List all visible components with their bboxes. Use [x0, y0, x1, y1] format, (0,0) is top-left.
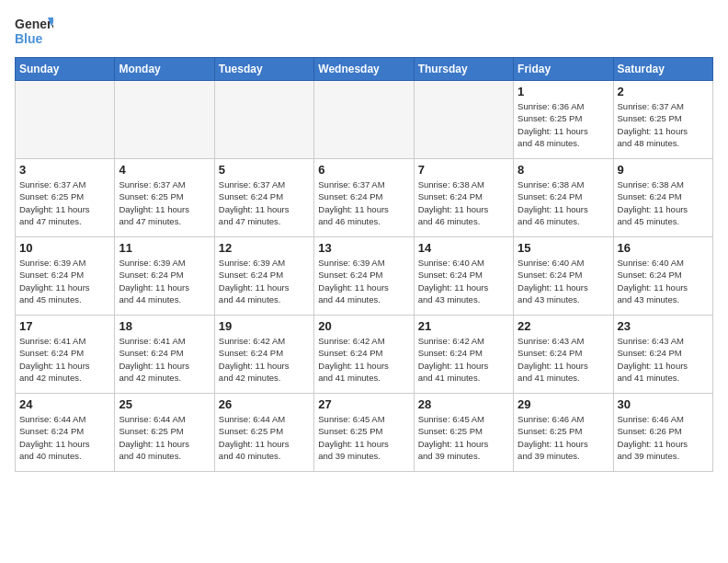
day-number: 8 [518, 163, 609, 177]
day-number: 19 [219, 319, 310, 333]
day-number: 30 [618, 397, 709, 411]
day-number: 16 [618, 241, 709, 255]
day-info: Sunrise: 6:39 AM Sunset: 6:24 PM Dayligh… [19, 257, 110, 305]
day-info: Sunrise: 6:37 AM Sunset: 6:24 PM Dayligh… [318, 178, 409, 227]
day-info: Sunrise: 6:43 AM Sunset: 6:24 PM Dayligh… [518, 335, 609, 384]
day-cell: 8Sunrise: 6:38 AM Sunset: 6:24 PM Daylig… [514, 159, 613, 237]
day-cell: 30Sunrise: 6:46 AM Sunset: 6:26 PM Dayli… [613, 394, 712, 472]
day-cell: 6Sunrise: 6:37 AM Sunset: 6:24 PM Daylig… [314, 159, 414, 237]
day-info: Sunrise: 6:42 AM Sunset: 6:24 PM Dayligh… [418, 335, 509, 384]
day-info: Sunrise: 6:44 AM Sunset: 6:25 PM Dayligh… [119, 413, 210, 462]
day-cell: 3Sunrise: 6:37 AM Sunset: 6:25 PM Daylig… [16, 159, 115, 237]
day-cell: 5Sunrise: 6:37 AM Sunset: 6:24 PM Daylig… [214, 159, 313, 237]
day-number: 24 [19, 397, 110, 411]
day-number: 1 [518, 85, 609, 98]
logo-svg: General Blue [15, 15, 53, 48]
day-info: Sunrise: 6:40 AM Sunset: 6:24 PM Dayligh… [418, 257, 509, 305]
day-cell: 4Sunrise: 6:37 AM Sunset: 6:25 PM Daylig… [115, 159, 214, 237]
day-number: 6 [318, 163, 409, 177]
day-cell: 24Sunrise: 6:44 AM Sunset: 6:24 PM Dayli… [16, 394, 115, 472]
calendar-header: SundayMondayTuesdayWednesdayThursdayFrid… [16, 58, 713, 81]
day-info: Sunrise: 6:38 AM Sunset: 6:24 PM Dayligh… [418, 178, 509, 227]
day-cell: 11Sunrise: 6:39 AM Sunset: 6:24 PM Dayli… [115, 237, 214, 316]
day-info: Sunrise: 6:45 AM Sunset: 6:25 PM Dayligh… [418, 413, 509, 462]
day-info: Sunrise: 6:38 AM Sunset: 6:24 PM Dayligh… [618, 178, 709, 227]
week-row-4: 17Sunrise: 6:41 AM Sunset: 6:24 PM Dayli… [16, 316, 713, 394]
day-number: 23 [618, 319, 709, 333]
day-number: 13 [318, 241, 409, 255]
day-cell [115, 81, 214, 159]
day-cell: 15Sunrise: 6:40 AM Sunset: 6:24 PM Dayli… [514, 237, 613, 316]
calendar-body: 1Sunrise: 6:36 AM Sunset: 6:25 PM Daylig… [16, 81, 713, 472]
day-info: Sunrise: 6:45 AM Sunset: 6:25 PM Dayligh… [318, 413, 409, 462]
weekday-header-sunday: Sunday [16, 58, 115, 81]
logo-text-blue: Blue [15, 31, 43, 46]
day-info: Sunrise: 6:37 AM Sunset: 6:25 PM Dayligh… [119, 178, 210, 227]
weekday-header-saturday: Saturday [613, 58, 712, 81]
day-cell [16, 81, 115, 159]
day-number: 18 [119, 319, 210, 333]
day-cell: 26Sunrise: 6:44 AM Sunset: 6:25 PM Dayli… [214, 394, 313, 472]
day-info: Sunrise: 6:40 AM Sunset: 6:24 PM Dayligh… [618, 257, 709, 305]
day-info: Sunrise: 6:36 AM Sunset: 6:25 PM Dayligh… [518, 100, 609, 149]
week-row-1: 1Sunrise: 6:36 AM Sunset: 6:25 PM Daylig… [16, 81, 713, 159]
weekday-header-thursday: Thursday [414, 58, 513, 81]
day-number: 3 [19, 163, 110, 177]
day-info: Sunrise: 6:37 AM Sunset: 6:24 PM Dayligh… [219, 178, 310, 227]
header: General Blue [15, 15, 713, 48]
day-cell: 28Sunrise: 6:45 AM Sunset: 6:25 PM Dayli… [414, 394, 513, 472]
week-row-5: 24Sunrise: 6:44 AM Sunset: 6:24 PM Dayli… [16, 394, 713, 472]
week-row-2: 3Sunrise: 6:37 AM Sunset: 6:25 PM Daylig… [16, 159, 713, 237]
calendar-table: SundayMondayTuesdayWednesdayThursdayFrid… [15, 57, 713, 472]
weekday-header-monday: Monday [115, 58, 214, 81]
day-info: Sunrise: 6:46 AM Sunset: 6:26 PM Dayligh… [618, 413, 709, 462]
day-number: 14 [418, 241, 509, 255]
day-cell [414, 81, 513, 159]
day-info: Sunrise: 6:37 AM Sunset: 6:25 PM Dayligh… [618, 100, 709, 149]
day-number: 7 [418, 163, 509, 177]
day-cell: 7Sunrise: 6:38 AM Sunset: 6:24 PM Daylig… [414, 159, 513, 237]
day-number: 21 [418, 319, 509, 333]
day-number: 27 [318, 397, 409, 411]
day-cell: 21Sunrise: 6:42 AM Sunset: 6:24 PM Dayli… [414, 316, 513, 394]
day-number: 2 [618, 85, 709, 98]
day-cell: 17Sunrise: 6:41 AM Sunset: 6:24 PM Dayli… [16, 316, 115, 394]
day-info: Sunrise: 6:42 AM Sunset: 6:24 PM Dayligh… [318, 335, 409, 384]
logo-text-general: General [15, 17, 53, 31]
day-info: Sunrise: 6:39 AM Sunset: 6:24 PM Dayligh… [119, 257, 210, 305]
day-cell: 22Sunrise: 6:43 AM Sunset: 6:24 PM Dayli… [514, 316, 613, 394]
day-cell: 19Sunrise: 6:42 AM Sunset: 6:24 PM Dayli… [214, 316, 313, 394]
weekday-header-tuesday: Tuesday [214, 58, 313, 81]
day-number: 28 [418, 397, 509, 411]
day-info: Sunrise: 6:42 AM Sunset: 6:24 PM Dayligh… [219, 335, 310, 384]
day-number: 5 [219, 163, 310, 177]
day-cell: 29Sunrise: 6:46 AM Sunset: 6:25 PM Dayli… [514, 394, 613, 472]
day-info: Sunrise: 6:37 AM Sunset: 6:25 PM Dayligh… [19, 178, 110, 227]
day-info: Sunrise: 6:38 AM Sunset: 6:24 PM Dayligh… [518, 178, 609, 227]
day-number: 15 [518, 241, 609, 255]
day-number: 25 [119, 397, 210, 411]
day-number: 20 [318, 319, 409, 333]
day-cell: 14Sunrise: 6:40 AM Sunset: 6:24 PM Dayli… [414, 237, 513, 316]
day-cell: 2Sunrise: 6:37 AM Sunset: 6:25 PM Daylig… [613, 81, 712, 159]
day-number: 26 [219, 397, 310, 411]
day-cell: 23Sunrise: 6:43 AM Sunset: 6:24 PM Dayli… [613, 316, 712, 394]
weekday-row: SundayMondayTuesdayWednesdayThursdayFrid… [16, 58, 713, 81]
day-cell: 1Sunrise: 6:36 AM Sunset: 6:25 PM Daylig… [514, 81, 613, 159]
day-info: Sunrise: 6:41 AM Sunset: 6:24 PM Dayligh… [119, 335, 210, 384]
day-cell: 13Sunrise: 6:39 AM Sunset: 6:24 PM Dayli… [314, 237, 414, 316]
day-cell: 12Sunrise: 6:39 AM Sunset: 6:24 PM Dayli… [214, 237, 313, 316]
day-cell: 9Sunrise: 6:38 AM Sunset: 6:24 PM Daylig… [613, 159, 712, 237]
day-info: Sunrise: 6:40 AM Sunset: 6:24 PM Dayligh… [518, 257, 609, 305]
day-info: Sunrise: 6:39 AM Sunset: 6:24 PM Dayligh… [318, 257, 409, 305]
day-cell: 10Sunrise: 6:39 AM Sunset: 6:24 PM Dayli… [16, 237, 115, 316]
day-info: Sunrise: 6:46 AM Sunset: 6:25 PM Dayligh… [518, 413, 609, 462]
day-cell: 25Sunrise: 6:44 AM Sunset: 6:25 PM Dayli… [115, 394, 214, 472]
day-number: 22 [518, 319, 609, 333]
day-number: 11 [119, 241, 210, 255]
day-cell [214, 81, 313, 159]
weekday-header-wednesday: Wednesday [314, 58, 414, 81]
day-cell: 16Sunrise: 6:40 AM Sunset: 6:24 PM Dayli… [613, 237, 712, 316]
week-row-3: 10Sunrise: 6:39 AM Sunset: 6:24 PM Dayli… [16, 237, 713, 316]
day-info: Sunrise: 6:43 AM Sunset: 6:24 PM Dayligh… [618, 335, 709, 384]
